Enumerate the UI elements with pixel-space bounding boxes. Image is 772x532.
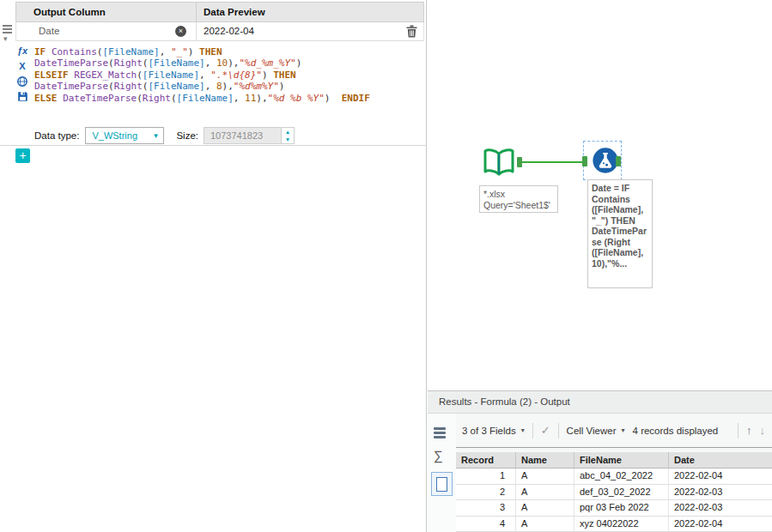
clear-field-button[interactable]: × [175,26,186,37]
results-panel: Results - Formula (2) - Output ∑ 3 of 3 … [428,390,772,532]
code-token: Contains [52,46,97,57]
size-stepper: ▲ ▼ [281,127,295,144]
table-cell: xyz 04022022 [574,517,669,532]
formula-output-anchor[interactable] [616,156,621,166]
code-token: , [205,81,216,92]
results-table-body: 1Aabc_04_02_20222022-02-042Adef_03_02_20… [456,469,772,532]
workflow-canvas[interactable]: *.xlsx Query='Sheet1$' Date = IF Contain… [428,0,772,390]
document-icon [436,477,447,492]
clear-icon: × [179,27,183,35]
data-type-select[interactable]: V_WString ▼ [85,127,164,144]
table-cell: 3 [456,500,516,516]
fields-summary: 3 of 3 Fields [462,426,516,436]
code-token: REGEX_Match [74,70,137,81]
column-header-name[interactable]: Name [516,452,574,468]
table-row[interactable]: 1Aabc_04_02_20222022-02-04 [456,469,772,485]
table-cell: 2022-02-04 [669,469,772,484]
data-type-label: Data type: [34,130,79,141]
drag-handle-icon[interactable] [2,24,15,33]
data-view-toggle[interactable] [431,472,453,496]
code-token: ) [325,93,342,104]
sigma-icon[interactable]: ∑ [434,448,443,462]
datatype-row: Data type: V_WString ▼ Size: 1073741823 … [15,125,426,146]
code-token: DateTimeParse [63,93,137,104]
results-table-header: RecordNameFileNameDate [456,452,772,469]
connection-line[interactable] [522,161,582,163]
code-token: "%d %b %Y" [268,93,325,104]
code-token: THEN [273,70,296,81]
code-token: ) [279,81,285,92]
code-token: , [234,93,245,104]
expression-editor[interactable]: IF Contains([FileName], "_") THENDateTim… [34,46,421,104]
code-token: "%d%m%Y" [234,81,279,92]
input-tool-annotation[interactable]: *.xlsx Query='Sheet1$' [479,185,558,213]
code-token: ( [108,81,114,92]
code-token: [FileName] [148,81,204,92]
functions-icon[interactable]: ƒx [15,44,29,57]
delete-expression-button[interactable] [399,22,423,40]
code-token: THEN [199,46,222,57]
results-toolbar: 3 of 3 Fields ▾ ✓ Cell Viewer ▾ 4 record… [456,414,772,448]
data-preview-header: Data Preview [197,3,423,21]
table-cell: A [516,485,574,500]
cell-viewer-dropdown[interactable]: Cell Viewer ▾ [567,426,625,436]
layers-icon[interactable] [434,427,446,438]
results-content: 3 of 3 Fields ▾ ✓ Cell Viewer ▾ 4 record… [456,414,772,532]
code-token: Right [114,81,143,92]
code-token: [FileName] [143,70,199,81]
output-column-header: Output Column [16,3,197,21]
code-token: "_" [171,46,188,57]
column-header-date[interactable]: Date [669,452,772,468]
input-data-tool[interactable] [482,146,516,182]
constants-globe-icon[interactable] [15,75,29,88]
column-header-filename[interactable]: FileName [574,452,669,468]
dropdown-arrow-icon: ▼ [153,132,164,140]
code-token: , [160,46,171,57]
output-column-cell[interactable]: Date × [16,22,197,40]
table-cell: 2 [456,485,516,500]
table-row[interactable]: 4Axyz 040220222022-02-04 [456,517,772,532]
formula-input-anchor[interactable] [582,156,587,166]
code-token: DateTimeParse [34,57,108,69]
table-row[interactable]: 3Apqr 03 Feb 20222022-02-03 [456,500,772,517]
arrow-down-icon[interactable]: ↓ [760,424,766,437]
code-token: Right [114,57,143,69]
code-token: ( [108,57,114,69]
data-type-value: V_WString [86,130,152,141]
output-column-input[interactable]: Date [16,22,196,40]
code-token: [FileName] [148,57,204,69]
column-header-record[interactable]: Record [456,452,516,468]
size-input[interactable]: 1073741823 [204,127,281,144]
apply-check-icon[interactable]: ✓ [541,424,550,437]
columns-icon[interactable]: X [15,59,29,72]
code-token: , [199,70,210,81]
code-token: 8 [216,81,222,92]
collapse-chevron-icon[interactable]: ▾ [2,35,15,43]
code-token: ) [296,57,302,69]
code-line: IF Contains([FileName], "_") THEN [34,46,421,57]
saved-expressions-icon[interactable] [15,90,29,103]
code-token: [FileName] [102,46,159,57]
results-body: ∑ 3 of 3 Fields ▾ ✓ Cell Viewer ▾ [428,414,772,532]
formula-tool-annotation[interactable]: Date = IF Contains ([FileName], "_") THE… [587,179,653,288]
table-row[interactable]: 2Adef_03_02_20222022-02-03 [456,485,772,501]
expression-row: Date × 2022-02-04 [15,22,424,41]
table-cell: A [516,517,574,532]
records-displayed: 4 records displayed [633,426,719,436]
stepper-up-icon[interactable]: ▲ [282,128,294,136]
expression-row-handle[interactable]: ▾ [2,24,15,43]
add-expression-button[interactable]: + [15,148,30,163]
code-token: ( [137,70,143,81]
code-token: ( [137,93,143,104]
chevron-down-icon: ▾ [622,426,625,434]
table-cell: 4 [456,517,516,532]
code-token: 11 [245,93,256,104]
table-cell: 2022-02-03 [669,485,772,500]
trash-icon [406,25,417,38]
arrow-up-icon[interactable]: ↑ [746,424,752,437]
code-token: IF [34,46,52,57]
table-cell: 2022-02-04 [669,517,772,532]
formula-config-panel: Output Column Data Preview ▾ Date × 2022… [0,0,427,532]
fields-dropdown[interactable]: 3 of 3 Fields ▾ [462,426,525,436]
stepper-down-icon[interactable]: ▼ [282,136,294,143]
